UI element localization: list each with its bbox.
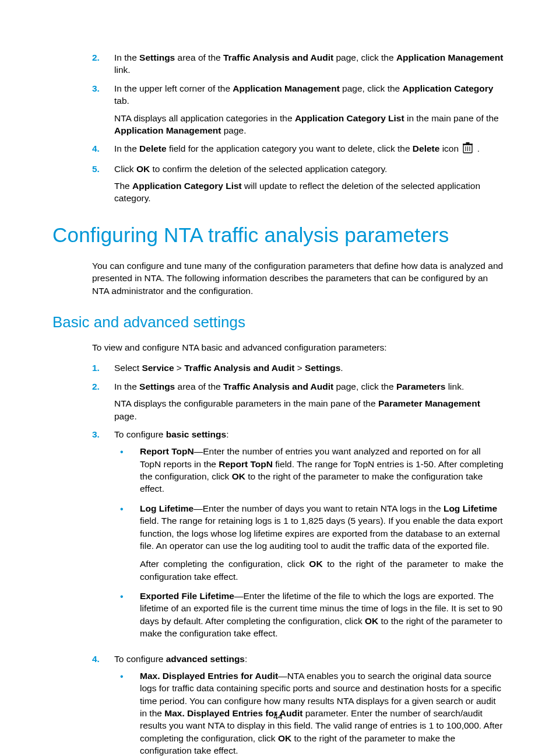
list-body: In the Settings area of the Traffic Anal… bbox=[114, 380, 504, 422]
svg-rect-5 bbox=[466, 142, 470, 144]
list-body: To configure basic settings:•Report TopN… bbox=[114, 428, 504, 647]
list-number: 3. bbox=[92, 82, 114, 137]
numbered-list-top: 2.In the Settings area of the Traffic An… bbox=[92, 51, 504, 205]
bullet-paragraph-extra: After completing the configuration, clic… bbox=[140, 558, 504, 583]
list-text-extra: The Application Category List will updat… bbox=[114, 180, 504, 205]
bullet-item: •Report TopN—Enter the number of entries… bbox=[114, 445, 504, 495]
numbered-list-steps: 1.Select Service > Traffic Analysis and … bbox=[92, 362, 504, 756]
list-item: 3.To configure basic settings:•Report To… bbox=[92, 428, 504, 647]
list-text: In the Settings area of the Traffic Anal… bbox=[114, 380, 504, 393]
list-item: 2.In the Settings area of the Traffic An… bbox=[92, 51, 504, 76]
bullet-text: Report TopN—Enter the number of entries … bbox=[140, 445, 504, 495]
bullet-item: •Log Lifetime—Enter the number of days y… bbox=[114, 502, 504, 583]
list-text: In the Settings area of the Traffic Anal… bbox=[114, 51, 504, 76]
list-item: 4.In the Delete field for the applicatio… bbox=[92, 142, 504, 156]
heading-basic-advanced: Basic and advanced settings bbox=[52, 312, 504, 333]
bullet-text: Exported File Lifetime—Enter the lifetim… bbox=[140, 590, 504, 640]
bullet-paragraph: Exported File Lifetime—Enter the lifetim… bbox=[140, 590, 504, 640]
bullet-dot-icon: • bbox=[114, 445, 140, 495]
bullet-paragraph: Log Lifetime—Enter the number of days yo… bbox=[140, 502, 504, 552]
list-item: 4.To configure advanced settings:•Max. D… bbox=[92, 653, 504, 756]
list-text: Select Service > Traffic Analysis and Au… bbox=[114, 362, 504, 374]
list-text: In the upper left corner of the Applicat… bbox=[114, 82, 504, 107]
bullet-dot-icon: • bbox=[114, 502, 140, 583]
list-text-extra: NTA displays the configurable parameters… bbox=[114, 397, 504, 422]
list-item: 1.Select Service > Traffic Analysis and … bbox=[92, 362, 504, 374]
delete-icon bbox=[463, 142, 473, 156]
list-number: 4. bbox=[92, 653, 114, 756]
list-number: 4. bbox=[92, 142, 114, 156]
list-text: Click OK to confirm the deletion of the … bbox=[114, 163, 504, 175]
list-number: 5. bbox=[92, 163, 114, 205]
list-item: 2.In the Settings area of the Traffic An… bbox=[92, 380, 504, 422]
list-item: 5.Click OK to confirm the deletion of th… bbox=[92, 163, 504, 205]
list-body: Select Service > Traffic Analysis and Au… bbox=[114, 362, 504, 374]
list-number: 2. bbox=[92, 51, 114, 76]
list-body: To configure advanced settings:•Max. Dis… bbox=[114, 653, 504, 756]
page-number: 44 bbox=[0, 711, 556, 722]
list-body: Click OK to confirm the deletion of the … bbox=[114, 163, 504, 205]
bullet-paragraph: Report TopN—Enter the number of entries … bbox=[140, 445, 504, 495]
list-body: In the Settings area of the Traffic Anal… bbox=[114, 51, 504, 76]
svg-rect-4 bbox=[463, 144, 473, 145]
list-text: In the Delete field for the application … bbox=[114, 142, 504, 156]
lead-paragraph: To view and configure NTA basic and adva… bbox=[92, 341, 504, 354]
intro-paragraph: You can configure and tune many of the c… bbox=[92, 260, 504, 297]
list-number: 1. bbox=[92, 362, 114, 374]
bullet-dot-icon: • bbox=[114, 590, 140, 640]
list-text-extra: NTA displays all application categories … bbox=[114, 112, 504, 137]
bullet-text: Log Lifetime—Enter the number of days yo… bbox=[140, 502, 504, 583]
list-text: To configure advanced settings: bbox=[114, 653, 504, 665]
list-number: 2. bbox=[92, 380, 114, 422]
list-body: In the Delete field for the application … bbox=[114, 142, 504, 156]
list-item: 3.In the upper left corner of the Applic… bbox=[92, 82, 504, 137]
bullet-list: •Report TopN—Enter the number of entries… bbox=[114, 445, 504, 639]
list-text: To configure basic settings: bbox=[114, 428, 504, 440]
list-number: 3. bbox=[92, 428, 114, 647]
bullet-item: •Exported File Lifetime—Enter the lifeti… bbox=[114, 590, 504, 640]
list-body: In the upper left corner of the Applicat… bbox=[114, 82, 504, 137]
heading-configuring-nta: Configuring NTA traffic analysis paramet… bbox=[52, 221, 504, 249]
